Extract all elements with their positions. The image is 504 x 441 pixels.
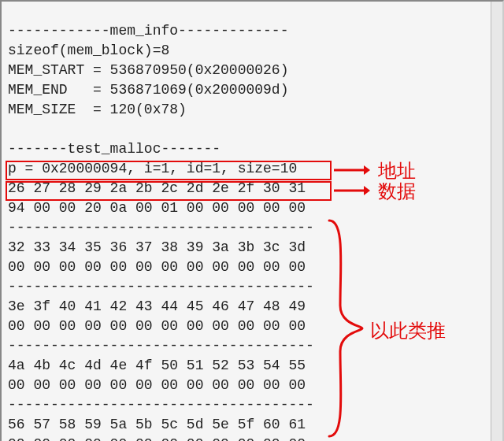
divider: ------------------------------------ — [8, 397, 314, 413]
hex-addr-row-3: 3e 3f 40 41 42 43 44 45 46 47 48 49 — [8, 298, 306, 314]
divider: ------------------------------------ — [8, 279, 314, 295]
hex-data-row-4: 00 00 00 00 00 00 00 00 00 00 00 00 — [8, 377, 306, 393]
etc-label: 以此类推 — [370, 318, 446, 343]
hex-addr-row-5: 56 57 58 59 5a 5b 5c 5d 5e 5f 60 61 — [8, 417, 306, 432]
hex-data-row-3: 00 00 00 00 00 00 00 00 00 00 00 00 — [8, 318, 306, 334]
hex-data-row-2: 00 00 00 00 00 00 00 00 00 00 00 00 — [8, 259, 306, 275]
data-label: 数据 — [378, 179, 416, 204]
divider: ------------------------------------ — [8, 338, 314, 354]
terminal-window: ------------mem_info------------- sizeof… — [0, 0, 504, 441]
hex-addr-row-1: 26 27 28 29 2a 2b 2c 2d 2e 2f 30 31 — [8, 180, 306, 196]
terminal-output: ------------mem_info------------- sizeof… — [8, 2, 491, 441]
scrollbar[interactable] — [491, 2, 502, 441]
mem-sizeof: sizeof(mem_block)=8 — [8, 43, 169, 58]
test-malloc-header: -------test_malloc------- — [8, 141, 220, 157]
hex-addr-row-2: 32 33 34 35 36 37 38 39 3a 3b 3c 3d — [8, 239, 306, 255]
malloc-result: p = 0x20000094, i=1, id=1, size=10 — [8, 161, 297, 176]
mem-start: MEM_START = 536870950(0x20000026) — [8, 62, 288, 78]
hex-data-row-1: 94 00 00 20 0a 00 01 00 00 00 00 00 — [8, 200, 306, 216]
hex-addr-row-4: 4a 4b 4c 4d 4e 4f 50 51 52 53 54 55 — [8, 358, 306, 373]
mem-info-header: ------------mem_info------------- — [8, 23, 288, 39]
mem-size: MEM_SIZE = 120(0x78) — [8, 102, 187, 117]
mem-end: MEM_END = 536871069(0x2000009d) — [8, 82, 288, 98]
divider: ------------------------------------ — [8, 220, 314, 235]
hex-data-row-5: 00 00 00 00 00 00 00 00 00 00 00 00 — [8, 436, 306, 441]
